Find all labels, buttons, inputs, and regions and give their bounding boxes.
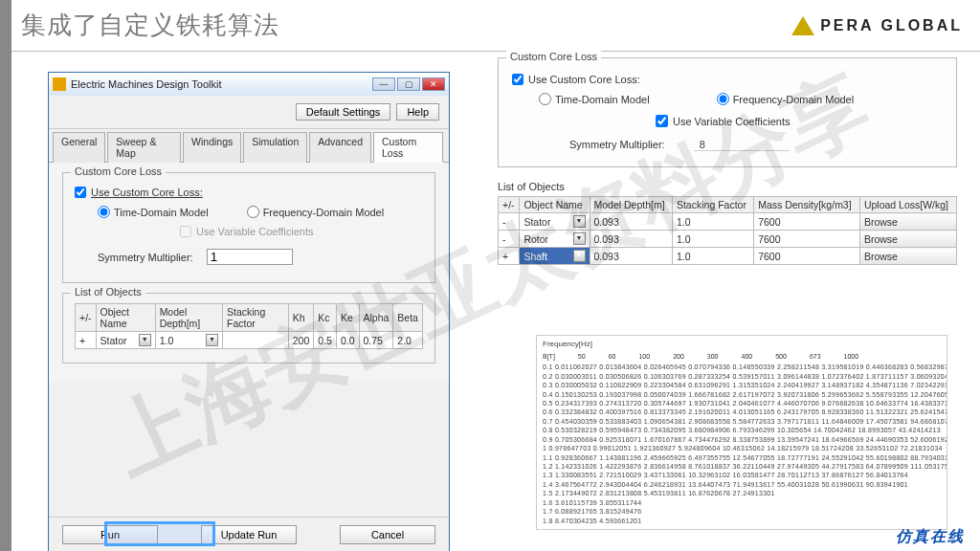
chevron-down-icon[interactable]: ▼ [573, 250, 586, 262]
frequency-domain-radio[interactable]: Frequency-Domain Model [247, 206, 385, 218]
col-beta: Beta [393, 304, 423, 332]
col-alpha: Alpha [359, 304, 393, 332]
chevron-down-icon[interactable]: ▼ [573, 215, 586, 228]
variable-coefficients-checkbox: Use Variable Coefficients [180, 226, 423, 237]
titlebar[interactable]: Electric Machines Design Toolkit — ▢ ✕ [49, 73, 449, 96]
list-label: List of Objects [71, 286, 145, 298]
list-label-right: List of Objects [498, 181, 957, 192]
symmetry-input[interactable] [207, 249, 293, 265]
col-stack: Stacking Factor [223, 304, 289, 332]
tab-strip: General Sweep & Map Windings Simulation … [49, 131, 449, 163]
variable-coefficients-checkbox-right[interactable]: Use Variable Coefficients [656, 115, 943, 127]
sidebar-stripe [0, 0, 11, 551]
browse-button[interactable]: Browse [859, 248, 956, 265]
frequency-domain-radio-right[interactable]: Frequency-Domain Model [717, 93, 855, 105]
browse-button[interactable]: Browse [859, 231, 956, 248]
time-domain-radio-right[interactable]: Time-Domain Model [539, 93, 650, 105]
browse-button[interactable]: Browse [859, 213, 956, 231]
help-button[interactable]: Help [396, 103, 439, 121]
header: 集成了自定义铁耗算法 PERA GLOBAL [11, 0, 980, 52]
minimize-button[interactable]: — [372, 77, 395, 91]
freq-header: B[T]50601002003004005006731000 [543, 352, 941, 361]
list-of-objects-right: List of Objects +/- Object Name Model De… [498, 181, 957, 265]
use-custom-core-loss-checkbox[interactable]: Use Custom Core Loss: [75, 187, 423, 198]
use-ccl-label: Use Custom Core Loss: [91, 187, 203, 198]
chevron-down-icon[interactable]: ▼ [206, 334, 218, 346]
col-kc: Kc [314, 304, 337, 332]
tab-general[interactable]: General [53, 132, 105, 163]
brand-logo: PERA GLOBAL [791, 16, 963, 35]
var-coef-label: Use Variable Coefficients [196, 226, 314, 237]
col-kh: Kh [288, 304, 314, 332]
table-row[interactable]: - Stator▼ 0.093 1.0 7600 Browse [499, 213, 957, 231]
page-title: 集成了自定义铁耗算法 [21, 9, 279, 42]
update-run-button[interactable]: Update Run [201, 525, 297, 544]
chevron-down-icon[interactable]: ▼ [139, 334, 151, 346]
freq-rows: 0.1 0.011062027 0.013843604 0.026465945 … [543, 363, 941, 525]
default-settings-button[interactable]: Default Settings [296, 103, 391, 121]
use-ccl-input[interactable] [75, 187, 86, 198]
tab-simulation[interactable]: Simulation [243, 132, 307, 163]
brand-icon [791, 16, 814, 35]
col-depth: Model Depth[m] [155, 304, 222, 332]
right-panel: Custom Core Loss Use Custom Core Loss: T… [498, 57, 957, 265]
table-row[interactable]: - Rotor▼ 0.093 1.0 7600 Browse [499, 231, 957, 248]
run-button[interactable]: Run [62, 525, 158, 544]
col-pm: +/- [76, 304, 97, 332]
tab-advanced[interactable]: Advanced [309, 132, 371, 163]
objects-table-right[interactable]: +/- Object Name Model Depth[m] Stacking … [498, 196, 957, 265]
group-label: Custom Core Loss [71, 165, 166, 177]
objects-table[interactable]: +/- Object Name Model Depth[m] Stacking … [75, 303, 423, 349]
col-ke: Ke [336, 304, 359, 332]
symmetry-label-right: Symmetry Multiplier: [569, 139, 665, 151]
tab-custom-loss[interactable]: Custom Loss [373, 132, 443, 163]
app-icon [53, 77, 66, 91]
time-domain-radio[interactable]: Time-Domain Model [98, 206, 209, 218]
table-row[interactable]: + Stator▼ 1.0▼ 200 0.5 0.0 0.75 2.0 [76, 332, 423, 349]
custom-core-loss-group-right: Custom Core Loss Use Custom Core Loss: T… [498, 57, 957, 167]
titlebar-title: Electric Machines Design Toolkit [71, 78, 222, 90]
site-caption: 仿真在线 [896, 527, 965, 547]
chevron-down-icon[interactable]: ▼ [573, 232, 586, 245]
cancel-button[interactable]: Cancel [340, 525, 435, 544]
toolkit-dialog: Electric Machines Design Toolkit — ▢ ✕ D… [48, 72, 450, 551]
list-of-objects-group: List of Objects +/- Object Name Model De… [62, 293, 435, 364]
freq-title: Frequency[Hz] [543, 340, 941, 350]
table-row[interactable]: + Shaft▼ 0.093 1.0 7600 Browse [499, 248, 957, 265]
symmetry-value-right[interactable]: 8 [694, 139, 790, 151]
use-ccl-checkbox-right[interactable]: Use Custom Core Loss: [512, 74, 943, 85]
tab-sweep-map[interactable]: Sweep & Map [107, 132, 181, 163]
col-name: Object Name [96, 304, 155, 332]
close-button[interactable]: ✕ [422, 77, 445, 91]
tab-windings[interactable]: Windings [183, 132, 241, 163]
symmetry-label: Symmetry Multiplier: [98, 252, 193, 263]
frequency-loss-table[interactable]: Frequency[Hz] B[T]5060100200300400500673… [536, 335, 947, 530]
group-label-right: Custom Core Loss [506, 51, 601, 62]
custom-core-loss-group: Custom Core Loss Use Custom Core Loss: T… [62, 172, 435, 283]
brand-text: PERA GLOBAL [820, 17, 963, 34]
maximize-button[interactable]: ▢ [397, 77, 420, 91]
